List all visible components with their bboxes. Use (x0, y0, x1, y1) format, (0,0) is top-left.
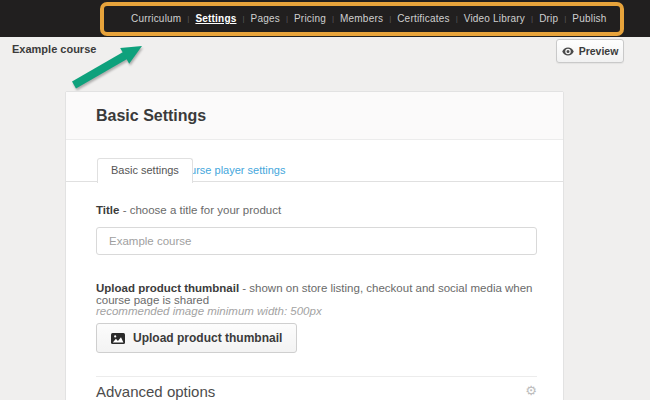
nav-item-pages[interactable]: Pages (251, 13, 280, 24)
gear-icon[interactable]: ⚙ (525, 384, 537, 397)
nav-item-curriculum[interactable]: Curriculum (131, 13, 181, 24)
nav-separator: | (187, 14, 189, 23)
nav-separator: | (242, 14, 244, 23)
thumbnail-field-label: Upload product thumbnail - shown on stor… (96, 282, 539, 306)
top-nav: Curriculum | Settings | Pages | Pricing … (131, 0, 607, 37)
nav-item-drip[interactable]: Drip (539, 13, 558, 24)
nav-separator: | (456, 14, 458, 23)
tab-basic-settings[interactable]: Basic settings (97, 158, 193, 183)
nav-item-publish[interactable]: Publish (572, 13, 606, 24)
course-title: Example course (12, 43, 96, 55)
preview-button-label: Preview (579, 45, 619, 57)
nav-item-members[interactable]: Members (340, 13, 383, 24)
title-field-label-bold: Title (96, 204, 119, 216)
upload-thumbnail-button[interactable]: Upload product thumbnail (96, 323, 297, 353)
advanced-options-label: Advanced options (96, 383, 215, 400)
nav-separator: | (332, 14, 334, 23)
title-field-label: Title - choose a title for your product (96, 204, 281, 216)
card-header: Basic Settings (66, 92, 563, 140)
nav-separator: | (531, 14, 533, 23)
nav-item-certificates[interactable]: Certificates (397, 13, 449, 24)
preview-button[interactable]: Preview (556, 39, 624, 63)
upload-thumbnail-button-label: Upload product thumbnail (133, 331, 282, 345)
title-field-label-rest: - choose a title for your product (119, 204, 281, 216)
course-title-input[interactable] (96, 227, 537, 255)
thumbnail-hint: recommended image minimum width: 500px (96, 305, 322, 317)
divider (96, 376, 537, 377)
eye-icon (562, 47, 574, 56)
basic-settings-card: Basic Settings Basic settings Course pla… (65, 91, 564, 400)
nav-item-video-library[interactable]: Video Library (464, 13, 525, 24)
nav-separator: | (564, 14, 566, 23)
nav-separator: | (389, 14, 391, 23)
nav-item-pricing[interactable]: Pricing (294, 13, 326, 24)
image-icon (111, 333, 125, 344)
nav-item-settings[interactable]: Settings (195, 13, 236, 24)
thumbnail-field-label-bold: Upload product thumbnail (96, 282, 239, 294)
card-title: Basic Settings (96, 107, 206, 125)
settings-tabs: Basic settings Course player settings (66, 158, 563, 182)
nav-separator: | (286, 14, 288, 23)
top-nav-bar: Curriculum | Settings | Pages | Pricing … (0, 0, 650, 37)
